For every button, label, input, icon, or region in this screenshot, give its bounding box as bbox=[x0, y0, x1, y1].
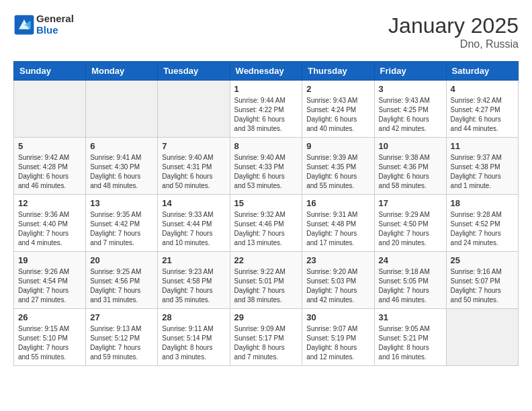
logo-blue: Blue bbox=[36, 24, 58, 36]
calendar-cell: 22Sunrise: 9:22 AM Sunset: 5:01 PM Dayli… bbox=[230, 252, 302, 309]
calendar-cell: 7Sunrise: 9:40 AM Sunset: 4:31 PM Daylig… bbox=[158, 138, 230, 195]
day-info: Sunrise: 9:23 AM Sunset: 4:58 PM Dayligh… bbox=[162, 267, 225, 305]
day-info: Sunrise: 9:13 AM Sunset: 5:12 PM Dayligh… bbox=[90, 324, 153, 362]
day-header-thursday: Thursday bbox=[302, 62, 374, 81]
day-number: 15 bbox=[234, 198, 298, 208]
day-info: Sunrise: 9:15 AM Sunset: 5:10 PM Dayligh… bbox=[18, 324, 81, 362]
calendar-cell: 1Sunrise: 9:44 AM Sunset: 4:22 PM Daylig… bbox=[230, 81, 302, 138]
calendar-cell: 30Sunrise: 9:07 AM Sunset: 5:19 PM Dayli… bbox=[302, 309, 374, 366]
calendar-cell: 6Sunrise: 9:41 AM Sunset: 4:30 PM Daylig… bbox=[86, 138, 158, 195]
calendar-cell: 31Sunrise: 9:05 AM Sunset: 5:21 PM Dayli… bbox=[374, 309, 446, 366]
day-info: Sunrise: 9:33 AM Sunset: 4:44 PM Dayligh… bbox=[162, 210, 225, 248]
calendar-table: SundayMondayTuesdayWednesdayThursdayFrid… bbox=[13, 61, 519, 366]
calendar-cell: 12Sunrise: 9:36 AM Sunset: 4:40 PM Dayli… bbox=[14, 195, 86, 252]
day-header-tuesday: Tuesday bbox=[158, 62, 230, 81]
day-number: 5 bbox=[18, 141, 81, 151]
calendar-cell: 14Sunrise: 9:33 AM Sunset: 4:44 PM Dayli… bbox=[158, 195, 230, 252]
calendar-cell bbox=[158, 81, 230, 138]
day-number: 6 bbox=[90, 141, 153, 151]
day-info: Sunrise: 9:31 AM Sunset: 4:48 PM Dayligh… bbox=[306, 210, 369, 248]
day-number: 14 bbox=[162, 198, 225, 208]
day-number: 19 bbox=[18, 255, 81, 265]
calendar-cell: 28Sunrise: 9:11 AM Sunset: 5:14 PM Dayli… bbox=[158, 309, 230, 366]
day-number: 30 bbox=[306, 312, 369, 322]
day-number: 27 bbox=[90, 312, 153, 322]
calendar-cell: 8Sunrise: 9:40 AM Sunset: 4:33 PM Daylig… bbox=[230, 138, 302, 195]
day-number: 21 bbox=[162, 255, 225, 265]
calendar-cell: 23Sunrise: 9:20 AM Sunset: 5:03 PM Dayli… bbox=[302, 252, 374, 309]
day-number: 24 bbox=[379, 255, 442, 265]
calendar-cell bbox=[14, 81, 86, 138]
day-info: Sunrise: 9:35 AM Sunset: 4:42 PM Dayligh… bbox=[90, 210, 153, 248]
calendar-cell: 18Sunrise: 9:28 AM Sunset: 4:52 PM Dayli… bbox=[446, 195, 518, 252]
calendar-cell: 24Sunrise: 9:18 AM Sunset: 5:05 PM Dayli… bbox=[374, 252, 446, 309]
day-info: Sunrise: 9:43 AM Sunset: 4:25 PM Dayligh… bbox=[379, 96, 442, 134]
calendar-cell: 3Sunrise: 9:43 AM Sunset: 4:25 PM Daylig… bbox=[374, 81, 446, 138]
month-title: January 2025 bbox=[388, 13, 519, 38]
day-info: Sunrise: 9:11 AM Sunset: 5:14 PM Dayligh… bbox=[162, 324, 225, 362]
day-number: 16 bbox=[306, 198, 369, 208]
day-info: Sunrise: 9:38 AM Sunset: 4:36 PM Dayligh… bbox=[379, 153, 442, 191]
day-number: 8 bbox=[234, 141, 298, 151]
day-number: 4 bbox=[451, 84, 514, 94]
day-info: Sunrise: 9:16 AM Sunset: 5:07 PM Dayligh… bbox=[451, 267, 514, 305]
day-info: Sunrise: 9:37 AM Sunset: 4:38 PM Dayligh… bbox=[451, 153, 514, 191]
calendar-cell bbox=[446, 309, 518, 366]
page-header: General Blue January 2025 Dno, Russia bbox=[13, 13, 519, 50]
day-header-saturday: Saturday bbox=[446, 62, 518, 81]
day-info: Sunrise: 9:40 AM Sunset: 4:31 PM Dayligh… bbox=[162, 153, 225, 191]
calendar-cell: 5Sunrise: 9:42 AM Sunset: 4:28 PM Daylig… bbox=[14, 138, 86, 195]
calendar-cell: 16Sunrise: 9:31 AM Sunset: 4:48 PM Dayli… bbox=[302, 195, 374, 252]
calendar-cell: 27Sunrise: 9:13 AM Sunset: 5:12 PM Dayli… bbox=[86, 309, 158, 366]
day-number: 29 bbox=[234, 312, 298, 322]
calendar-cell: 13Sunrise: 9:35 AM Sunset: 4:42 PM Dayli… bbox=[86, 195, 158, 252]
calendar-cell: 2Sunrise: 9:43 AM Sunset: 4:24 PM Daylig… bbox=[302, 81, 374, 138]
calendar-week-1: 1Sunrise: 9:44 AM Sunset: 4:22 PM Daylig… bbox=[14, 81, 519, 138]
calendar-cell: 26Sunrise: 9:15 AM Sunset: 5:10 PM Dayli… bbox=[14, 309, 86, 366]
calendar-header-row: SundayMondayTuesdayWednesdayThursdayFrid… bbox=[14, 62, 519, 81]
calendar-cell: 19Sunrise: 9:26 AM Sunset: 4:54 PM Dayli… bbox=[14, 252, 86, 309]
day-number: 13 bbox=[90, 198, 153, 208]
day-number: 26 bbox=[18, 312, 81, 322]
calendar-cell: 25Sunrise: 9:16 AM Sunset: 5:07 PM Dayli… bbox=[446, 252, 518, 309]
day-header-friday: Friday bbox=[374, 62, 446, 81]
day-number: 2 bbox=[306, 84, 369, 94]
day-info: Sunrise: 9:07 AM Sunset: 5:19 PM Dayligh… bbox=[306, 324, 369, 362]
day-number: 7 bbox=[162, 141, 225, 151]
day-number: 20 bbox=[90, 255, 153, 265]
day-number: 18 bbox=[451, 198, 514, 208]
day-number: 12 bbox=[18, 198, 81, 208]
calendar-cell: 20Sunrise: 9:25 AM Sunset: 4:56 PM Dayli… bbox=[86, 252, 158, 309]
day-number: 11 bbox=[451, 141, 514, 151]
calendar-week-3: 12Sunrise: 9:36 AM Sunset: 4:40 PM Dayli… bbox=[14, 195, 519, 252]
day-number: 28 bbox=[162, 312, 225, 322]
day-info: Sunrise: 9:05 AM Sunset: 5:21 PM Dayligh… bbox=[379, 324, 442, 362]
day-info: Sunrise: 9:32 AM Sunset: 4:46 PM Dayligh… bbox=[234, 210, 298, 248]
day-number: 10 bbox=[379, 141, 442, 151]
calendar-cell: 11Sunrise: 9:37 AM Sunset: 4:38 PM Dayli… bbox=[446, 138, 518, 195]
calendar-cell: 10Sunrise: 9:38 AM Sunset: 4:36 PM Dayli… bbox=[374, 138, 446, 195]
day-info: Sunrise: 9:36 AM Sunset: 4:40 PM Dayligh… bbox=[18, 210, 81, 248]
day-info: Sunrise: 9:26 AM Sunset: 4:54 PM Dayligh… bbox=[18, 267, 81, 305]
day-number: 17 bbox=[379, 198, 442, 208]
day-info: Sunrise: 9:39 AM Sunset: 4:35 PM Dayligh… bbox=[306, 153, 369, 191]
calendar-week-5: 26Sunrise: 9:15 AM Sunset: 5:10 PM Dayli… bbox=[14, 309, 519, 366]
day-header-monday: Monday bbox=[86, 62, 158, 81]
calendar-cell: 15Sunrise: 9:32 AM Sunset: 4:46 PM Dayli… bbox=[230, 195, 302, 252]
day-number: 25 bbox=[451, 255, 514, 265]
calendar-cell: 4Sunrise: 9:42 AM Sunset: 4:27 PM Daylig… bbox=[446, 81, 518, 138]
day-info: Sunrise: 9:40 AM Sunset: 4:33 PM Dayligh… bbox=[234, 153, 298, 191]
day-info: Sunrise: 9:44 AM Sunset: 4:22 PM Dayligh… bbox=[234, 96, 298, 134]
calendar-week-2: 5Sunrise: 9:42 AM Sunset: 4:28 PM Daylig… bbox=[14, 138, 519, 195]
day-number: 1 bbox=[234, 84, 298, 94]
day-info: Sunrise: 9:25 AM Sunset: 4:56 PM Dayligh… bbox=[90, 267, 153, 305]
day-info: Sunrise: 9:20 AM Sunset: 5:03 PM Dayligh… bbox=[306, 267, 369, 305]
day-number: 23 bbox=[306, 255, 369, 265]
calendar-cell: 29Sunrise: 9:09 AM Sunset: 5:17 PM Dayli… bbox=[230, 309, 302, 366]
calendar-cell: 9Sunrise: 9:39 AM Sunset: 4:35 PM Daylig… bbox=[302, 138, 374, 195]
day-info: Sunrise: 9:42 AM Sunset: 4:28 PM Dayligh… bbox=[18, 153, 81, 191]
logo-general: General bbox=[36, 13, 74, 24]
logo: General Blue bbox=[13, 13, 74, 36]
day-info: Sunrise: 9:28 AM Sunset: 4:52 PM Dayligh… bbox=[451, 210, 514, 248]
day-number: 31 bbox=[379, 312, 442, 322]
